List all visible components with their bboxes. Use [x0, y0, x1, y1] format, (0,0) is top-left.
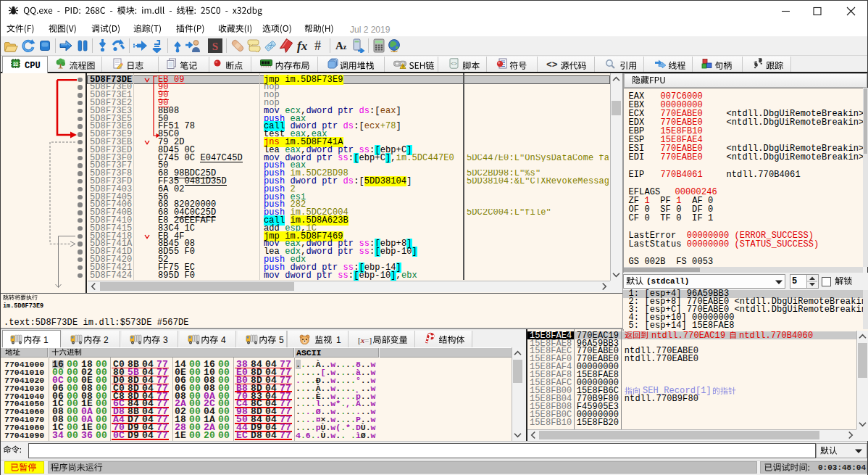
svg-text:!: !	[402, 65, 404, 69]
svg-text:32: 32	[13, 62, 19, 67]
svg-text:<>: <>	[451, 61, 456, 67]
svg-text:S: S	[212, 41, 218, 52]
